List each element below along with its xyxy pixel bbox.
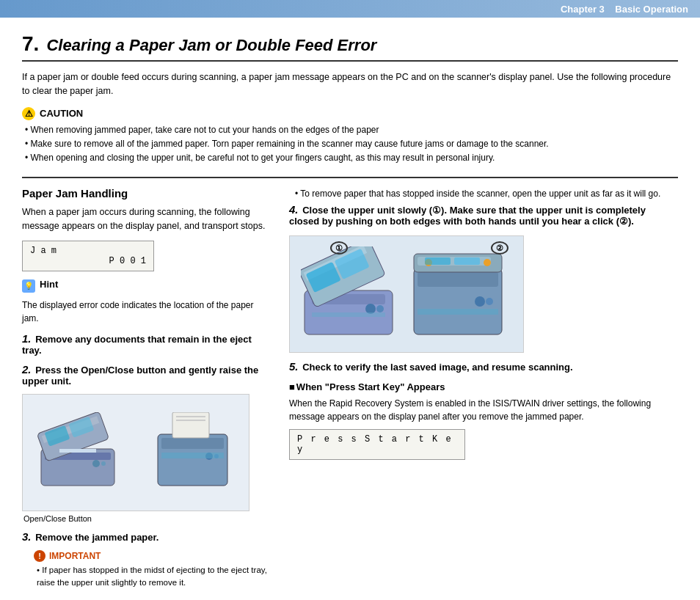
svg-point-6 — [101, 461, 106, 466]
step-3: 3. Remove the jammed paper. — [22, 530, 271, 543]
caution-icon: ⚠ — [22, 107, 35, 120]
svg-rect-36 — [454, 257, 480, 265]
section-title-text: Clearing a Paper Jam or Double Feed Erro… — [46, 36, 376, 54]
svg-point-23 — [365, 304, 376, 314]
caution-item-3: When opening and closing the upper unit,… — [25, 151, 678, 165]
svg-point-33 — [486, 298, 493, 305]
svg-rect-25 — [312, 312, 385, 317]
caution-list: When removing jammed paper, take care no… — [22, 123, 678, 166]
caution-box: ⚠ CAUTION When removing jammed paper, ta… — [22, 107, 678, 166]
svg-point-24 — [376, 305, 384, 312]
caution-item-1: When removing jammed paper, take care no… — [25, 123, 678, 137]
right-bullet-1: To remove paper that has stopped inside … — [295, 187, 678, 200]
svg-rect-4 — [59, 449, 96, 453]
caution-item-2: Make sure to remove all of the jammed pa… — [25, 137, 678, 151]
important-label: IMPORTANT — [49, 551, 101, 561]
svg-rect-16 — [161, 453, 224, 458]
svg-rect-35 — [425, 257, 451, 265]
chapter-title: 7. Clearing a Paper Jam or Double Feed E… — [22, 32, 678, 62]
step-2: 2. Press the Open/Close button and gentl… — [22, 363, 271, 387]
hint-label: Hint — [40, 279, 58, 290]
important-item-1: If paper has stopped in the midst of eje… — [37, 564, 271, 590]
scanner-device-left-1 — [37, 412, 125, 493]
caution-header: ⚠ CAUTION — [22, 107, 678, 120]
display-panel: J a m P 0 0 1 — [22, 241, 154, 271]
svg-rect-27 — [418, 272, 498, 287]
when-press-title: When "Press Start Key" Appears — [289, 381, 678, 392]
right-column: To remove paper that has stopped inside … — [289, 187, 678, 595]
hint-text: The displayed error code indicates the l… — [22, 299, 271, 325]
circle-1-label: ① — [330, 242, 348, 253]
step-1-title: 1. Remove any documents that remain in t… — [22, 332, 271, 356]
left-column: Paper Jam Handling When a paper jam occu… — [22, 187, 271, 595]
scanner-device-left-2 — [154, 412, 235, 493]
scanner-right-2 — [410, 246, 513, 342]
important-icon: ! — [34, 550, 45, 562]
svg-point-31 — [484, 259, 491, 266]
display-line2: P 0 0 1 — [30, 256, 146, 266]
chapter-label: Chapter 3 Basic Operation — [561, 4, 688, 15]
important-box: ! IMPORTANT If paper has stopped in the … — [34, 550, 271, 590]
scanner-image-left — [22, 394, 249, 511]
svg-rect-34 — [418, 309, 498, 315]
hint-box: 💡 Hint — [22, 279, 271, 293]
press-start-display: P r e s s S t a r t K e y — [289, 429, 465, 460]
svg-point-32 — [475, 296, 485, 307]
step-2-title: 2. Press the Open/Close button and gentl… — [22, 363, 271, 387]
two-column-layout: Paper Jam Handling When a paper jam occu… — [22, 177, 678, 595]
paper-jam-section-title: Paper Jam Handling — [22, 187, 271, 200]
intro-paragraph: If a paper jam or double feed occurs dur… — [22, 70, 678, 98]
svg-point-5 — [92, 460, 100, 467]
svg-rect-13 — [176, 420, 205, 421]
section-number: 7. — [22, 32, 39, 55]
circle-2-label: ② — [491, 242, 508, 253]
header-bar: Chapter 3 Basic Operation — [0, 0, 700, 18]
hint-icon: 💡 — [22, 279, 35, 293]
caution-label: CAUTION — [40, 108, 83, 119]
page-content: 7. Clearing a Paper Jam or Double Feed E… — [0, 18, 700, 600]
step-5: 5. Check to verify the last saved image,… — [289, 360, 678, 373]
step-3-title: 3. Remove the jammed paper. — [22, 530, 271, 543]
svg-rect-10 — [161, 438, 224, 449]
svg-rect-12 — [176, 416, 205, 417]
important-header: ! IMPORTANT — [34, 550, 271, 562]
display-line1: J a m — [30, 246, 146, 256]
section-intro: When a paper jam occurs during scanning,… — [22, 205, 271, 233]
when-press-body: When the Rapid Recovery System is enable… — [289, 397, 678, 423]
step-5-title: 5. Check to verify the last saved image,… — [289, 360, 678, 373]
scanner-right-1 — [301, 246, 404, 342]
step-4: 4. Close the upper unit slowly (①). Make… — [289, 203, 678, 227]
important-list: If paper has stopped in the midst of eje… — [34, 564, 271, 590]
step-4-title: 4. Close the upper unit slowly (①). Make… — [289, 203, 678, 227]
when-press-start-section: When "Press Start Key" Appears When the … — [289, 381, 678, 460]
image-caption: Open/Close Button — [23, 514, 271, 523]
step-1: 1. Remove any documents that remain in t… — [22, 332, 271, 356]
scanner-image-right: ① ② — [289, 235, 524, 353]
